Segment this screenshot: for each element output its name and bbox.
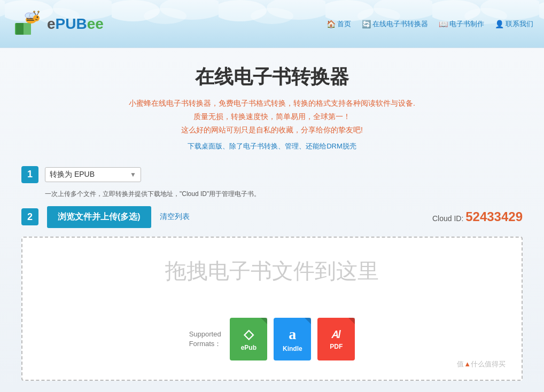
page-title-section: 在线电子书转换器 小蜜蜂在线电子书转换器，免费电子书格式转换，转换的格式支持各种…: [21, 64, 523, 153]
formats-label: SupportedFormats：: [189, 330, 222, 349]
book-icon: 📖: [439, 20, 447, 28]
logo: ePUBee: [11, 8, 104, 40]
kindle-symbol: a: [289, 326, 296, 343]
format-icons: ◇ ePub a Kindle 𝘈/ PDF: [230, 318, 355, 360]
subtitle-line1: 小蜜蜂在线电子书转换器，免费电子书格式转换，转换的格式支持各种阅读软件与设备.: [21, 97, 523, 110]
svg-rect-2: [24, 23, 31, 35]
cloud-id-value: 52433429: [465, 209, 523, 224]
fold-decoration: [348, 318, 355, 324]
drop-zone[interactable]: 拖拽电子书文件到这里 SupportedFormats： ◇ ePub a Ki…: [21, 237, 523, 381]
kindle-label: Kindle: [283, 345, 302, 352]
convert-select[interactable]: 转换为 EPUB ▼: [45, 167, 141, 182]
epub-symbol: ◇: [244, 327, 253, 342]
fold-decoration: [305, 318, 311, 324]
home-icon: 🏠: [327, 20, 335, 28]
page-title: 在线电子书转换器: [21, 64, 523, 90]
svg-point-8: [33, 15, 40, 21]
formats-section: SupportedFormats： ◇ ePub a Kindle 𝘈/: [189, 318, 355, 360]
bee-logo-icon: [11, 8, 43, 40]
main-nav: 🏠 首页 🔄 在线电子书转换器 📖 电子书制作 👤 联系我们: [327, 19, 533, 29]
nav-maker[interactable]: 📖 电子书制作: [439, 19, 484, 29]
format-kindle-icon: a Kindle: [274, 318, 311, 360]
svg-point-11: [34, 11, 35, 12]
drop-zone-text: 拖拽电子书文件到这里: [165, 256, 379, 286]
cloud-id-label: Cloud ID:: [432, 214, 463, 223]
cloud-id-section: Cloud ID: 52433429: [432, 209, 523, 224]
step2-badge: 2: [21, 208, 38, 225]
step1-hint: 一次上传多个文件，立即转换并提供下载地址，"Cloud ID"用于管理电子书。: [45, 190, 523, 199]
pdf-symbol: 𝘈/: [332, 328, 341, 341]
user-icon: 👤: [495, 20, 503, 28]
format-pdf-icon: 𝘈/ PDF: [317, 318, 355, 360]
svg-point-13: [38, 11, 40, 12]
nav-contact[interactable]: 👤 联系我们: [495, 19, 533, 29]
convert-select-text: 转换为 EPUB: [50, 170, 130, 179]
nav-converter[interactable]: 🔄 在线电子书转换器: [362, 19, 428, 29]
pdf-label: PDF: [330, 343, 343, 350]
subtitle-line3: 这么好的网站可别只是自私的收藏，分享给你的挚友吧!: [21, 123, 523, 137]
format-epub-icon: ◇ ePub: [230, 318, 267, 360]
browse-upload-button[interactable]: 浏览文件并上传(多选): [47, 206, 151, 228]
svg-rect-1: [16, 23, 24, 35]
refresh-icon: 🔄: [362, 20, 370, 28]
epub-label: ePub: [241, 344, 257, 351]
logo-text: ePUBee: [47, 15, 104, 33]
subtitle-links[interactable]: 下载桌面版、除了电子书转换、管理、还能给DRM脱壳: [188, 142, 356, 150]
main-content: 在线电子书转换器 小蜜蜂在线电子书转换器，免费电子书格式转换，转换的格式支持各种…: [0, 48, 544, 392]
step2-row: 2 浏览文件并上传(多选) 清空列表 Cloud ID: 52433429: [21, 206, 523, 228]
fold-decoration: [261, 318, 267, 324]
watermark: 值▲什么值得买: [457, 359, 506, 369]
step1-badge: 1: [21, 166, 38, 183]
svg-point-9: [37, 16, 38, 18]
page-subtitle: 小蜜蜂在线电子书转换器，免费电子书格式转换，转换的格式支持各种阅读软件与设备. …: [21, 97, 523, 153]
step1-row: 1 转换为 EPUB ▼: [21, 166, 523, 183]
clear-list-button[interactable]: 清空列表: [160, 212, 190, 222]
subtitle-line2: 质量无损，转换速度快，简单易用，全球第一！: [21, 110, 523, 123]
svg-line-12: [37, 12, 38, 15]
chevron-down-icon: ▼: [130, 171, 136, 178]
header: ePUBee 🏠 首页 🔄 在线电子书转换器 📖 电子书制作 👤 联系我们: [0, 0, 544, 48]
nav-home[interactable]: 🏠 首页: [327, 19, 351, 29]
